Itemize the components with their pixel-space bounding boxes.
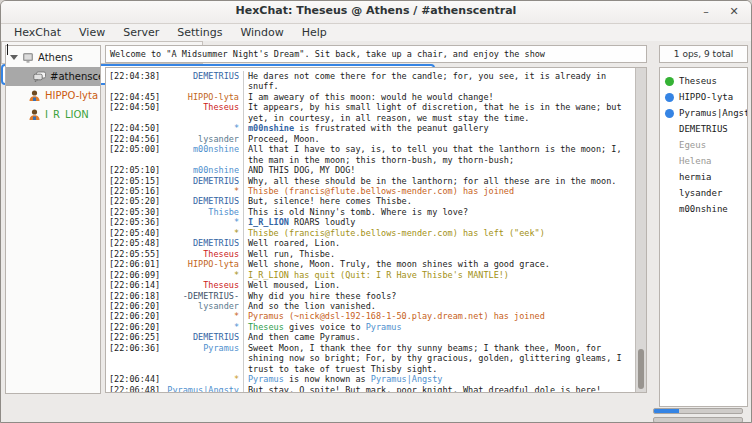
person-icon [28, 108, 41, 121]
timestamp: [22:05:16] [109, 186, 161, 196]
user-item[interactable]: Helena [660, 153, 747, 169]
chat-line: [22:04:50]*m00nshine is frustrated with … [109, 123, 635, 133]
message-segment: He dares not come there for the candle; … [248, 71, 606, 91]
text-caret [7, 44, 8, 55]
timestamp: [22:06:14] [109, 280, 161, 290]
chat-line: [22:05:40]*Thisbe (francis@flute.bellows… [109, 228, 635, 238]
user-item[interactable]: Pyramus|Angsty [660, 105, 747, 121]
nick: DEMETRIUS [165, 176, 239, 186]
voice-badge-icon [665, 109, 674, 118]
message-segment: m00nshine [248, 123, 294, 133]
no-badge-spacer [665, 125, 674, 134]
nick: * [165, 311, 239, 321]
message-segment: Well moused, Lion. [248, 280, 340, 290]
user-item[interactable]: hermia [660, 169, 747, 185]
message-segment: But stay, O spite! But mark, poor knight… [248, 385, 601, 392]
message: I_R_LION has quit (Quit: I R Have Thisbe… [243, 270, 635, 280]
menu-item-help[interactable]: Help [293, 24, 336, 41]
chat-scrollbar[interactable] [635, 68, 646, 392]
user-item[interactable]: m00nshine [660, 201, 747, 217]
message: Why, all these should be in the lanthorn… [243, 176, 635, 186]
message-segment: Well run, Thisbe. [248, 249, 335, 259]
topic-bar[interactable]: Welcome to "A Midsummer Night's Dream". … [105, 45, 647, 63]
menu-item-view[interactable]: View [70, 24, 114, 41]
channel-tree: Athens #athenscentral HIPPO-lyta [5, 45, 101, 394]
message-segment: ROARS loudly [289, 217, 356, 227]
timestamp: [22:05:15] [109, 176, 161, 186]
no-badge-spacer [665, 157, 674, 166]
user-item[interactable]: lysander [660, 185, 747, 201]
user-nick: Theseus [679, 76, 717, 86]
message: Pyramus is now known as Pyramus|Angsty [243, 374, 635, 384]
chat-log[interactable]: [22:04:38]DEMETRIUSHe dares not come the… [106, 68, 635, 392]
message-segment: gives voice to [284, 322, 366, 332]
user-item[interactable]: Egeus [660, 137, 747, 153]
message-segment: I_R_LION [248, 217, 289, 227]
tree-item-query-irlion[interactable]: I_R_LION [6, 105, 100, 124]
chat-line: [22:05:10]m00nshineAND THIS DOG, MY DOG! [109, 165, 635, 175]
chat-line: [22:06:44]*Pyramus is now known as Pyram… [109, 374, 635, 384]
user-list-box: TheseusHIPPO-lytaPyramus|AngstyDEMETRIUS… [659, 67, 748, 407]
message: AND THIS DOG, MY DOG! [243, 165, 635, 175]
timestamp: [22:06:20] [109, 311, 161, 321]
message: I am aweary of this moon: would he would… [243, 92, 635, 102]
no-badge-spacer [665, 189, 674, 198]
message-segment: It appears, by his small light of discre… [248, 102, 622, 122]
timestamp: [22:05:40] [109, 228, 161, 238]
nick: m00nshine [165, 144, 239, 165]
chat-line: [22:06:20]lysanderAnd so the lion vanish… [109, 301, 635, 311]
message: Well moused, Lion. [243, 280, 635, 290]
nick: DEMETRIUS [165, 238, 239, 248]
tree-item-query-hippolyta[interactable]: HIPPO-lyta [6, 86, 100, 105]
close-icon[interactable]: ✕ [725, 3, 743, 21]
timestamp: [22:04:56] [109, 134, 161, 144]
timestamp: [22:04:50] [109, 123, 161, 133]
nick: HIPPO-lyta [165, 92, 239, 102]
chat-line: [22:04:38]DEMETRIUSHe dares not come the… [109, 71, 635, 92]
message-segment: AND THIS DOG, MY DOG! [248, 165, 355, 175]
user-item[interactable]: HIPPO-lyta [660, 89, 747, 105]
chat-line: [22:05:30]ThisbeThis is old Ninny's tomb… [109, 207, 635, 217]
expander-down-icon[interactable] [10, 55, 18, 60]
menu-item-hexchat[interactable]: HexChat [5, 24, 70, 41]
chat-line: [22:05:55]TheseusWell run, Thisbe. [109, 249, 635, 259]
tree-server-label: Athens [38, 52, 73, 63]
nick: * [165, 186, 239, 196]
message: And then came Pyramus. [243, 332, 635, 342]
nick: -DEMETRIUS- [165, 291, 239, 301]
message: This is old Ninny's tomb. Where is my lo… [243, 207, 635, 217]
menu-item-server[interactable]: Server [114, 24, 168, 41]
timestamp: [22:05:48] [109, 238, 161, 248]
user-nick: Egeus [679, 140, 706, 150]
timestamp: [22:06:25] [109, 332, 161, 342]
message-segment: Proceed, Moon. [248, 134, 320, 144]
chat-line: [22:06:18]-DEMETRIUS-Why did you hire th… [109, 291, 635, 301]
message: m00nshine is frustrated with the peanut … [243, 123, 635, 133]
chat-line: [22:05:00]m00nshineAll that I have to sa… [109, 144, 635, 165]
title-bar: HexChat: Theseus @ Athens / #athenscentr… [1, 1, 751, 24]
tree-item-channel-athenscentral[interactable]: #athenscentral [6, 67, 100, 86]
message: Well run, Thisbe. [243, 249, 635, 259]
nick: * [165, 217, 239, 227]
menu-item-settings[interactable]: Settings [168, 24, 231, 41]
message-segment: All that I have to say, is, to tell you … [248, 144, 622, 164]
minimize-icon[interactable]: – [697, 3, 715, 21]
chat-line: [22:05:36]*I_R_LION ROARS loudly [109, 217, 635, 227]
message-segment: is now known as [284, 374, 371, 384]
scrollbar-thumb[interactable] [638, 349, 644, 389]
message-segment: I am aweary of this moon: would he would… [248, 92, 494, 102]
user-item[interactable]: Theseus [660, 73, 747, 89]
no-badge-spacer [665, 205, 674, 214]
person-icon [28, 89, 41, 102]
user-nick: DEMETRIUS [679, 124, 728, 134]
message-segment: Why, all these should be in the lanthorn… [248, 176, 616, 186]
tree-item-server-athens[interactable]: Athens [6, 48, 100, 67]
window-title: HexChat: Theseus @ Athens / #athenscentr… [1, 4, 751, 17]
user-item[interactable]: DEMETRIUS [660, 121, 747, 137]
server-icon [22, 52, 34, 64]
menu-item-window[interactable]: Window [231, 24, 292, 41]
nick: Pyramus|Angsty [165, 385, 239, 392]
nick: m00nshine [165, 165, 239, 175]
timestamp: [22:06:20] [109, 322, 161, 332]
message-segment: Theseus [248, 322, 284, 332]
